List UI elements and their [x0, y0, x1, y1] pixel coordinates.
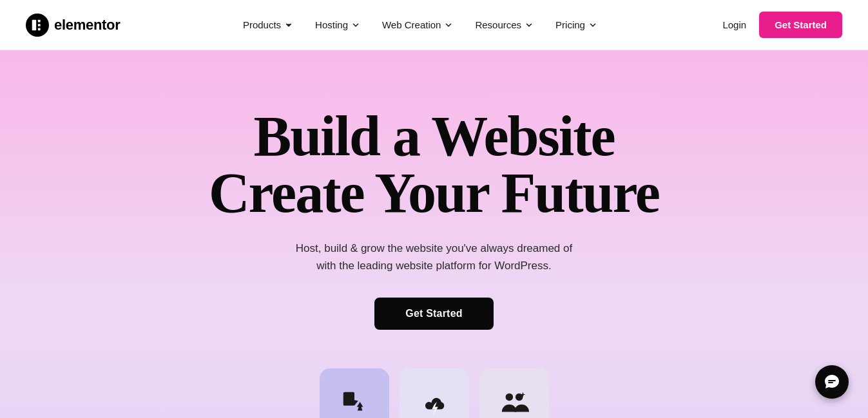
- nav-item-web-creation[interactable]: Web Creation: [373, 14, 462, 35]
- hero-subtitle: Host, build & grow the website you've al…: [296, 240, 572, 274]
- chat-bubble-icon: [824, 374, 840, 390]
- hero-title-line2: Create Your Future: [209, 162, 659, 224]
- nav-item-pricing[interactable]: Pricing: [546, 14, 606, 35]
- nav-item-hosting[interactable]: Hosting: [306, 14, 369, 35]
- get-started-button-nav[interactable]: Get Started: [759, 12, 842, 38]
- nav-link-web-creation[interactable]: Web Creation: [373, 14, 462, 35]
- hero-subtitle-line1: Host, build & grow the website you've al…: [296, 242, 572, 254]
- nav-link-resources[interactable]: Resources: [466, 14, 543, 35]
- nav-label-pricing: Pricing: [555, 19, 585, 30]
- navbar-actions: Login Get Started: [720, 12, 842, 38]
- svg-rect-2: [38, 24, 41, 26]
- nav-label-web-creation: Web Creation: [382, 19, 441, 30]
- sparkle-people-icon: [497, 386, 531, 418]
- hero-get-started-button[interactable]: Get Started: [374, 298, 493, 330]
- chevron-down-icon-hosting: [351, 21, 360, 30]
- nav-links: Products Hosting Web Creation: [234, 14, 606, 35]
- navbar: elementor Products Hosting Web Creation: [0, 0, 868, 50]
- chevron-down-icon-web-creation: [444, 21, 453, 30]
- nav-link-hosting[interactable]: Hosting: [306, 14, 369, 35]
- chevron-down-icon-pricing: [588, 21, 597, 30]
- nav-item-products[interactable]: Products: [234, 14, 302, 35]
- hero-title: Build a Website Create Your Future: [209, 108, 659, 222]
- card-ai-tools[interactable]: [479, 368, 549, 418]
- nav-label-hosting: Hosting: [315, 19, 348, 30]
- svg-rect-0: [32, 19, 36, 30]
- nav-item-resources[interactable]: Resources: [466, 14, 543, 35]
- svg-rect-3: [38, 28, 41, 30]
- nav-link-products[interactable]: Products: [234, 14, 302, 35]
- card-ai-builder[interactable]: [320, 368, 389, 418]
- elementor-e-icon: [30, 18, 44, 32]
- svg-rect-4: [343, 392, 354, 406]
- login-link[interactable]: Login: [720, 14, 749, 35]
- hero-title-line1: Build a Website: [253, 105, 614, 167]
- svg-rect-1: [38, 19, 41, 22]
- hero-section: Build a Website Create Your Future Host,…: [0, 50, 868, 418]
- nav-label-resources: Resources: [475, 19, 521, 30]
- nav-label-products: Products: [243, 19, 281, 30]
- cursor-lightning-icon: [338, 386, 371, 418]
- logo-text: elementor: [54, 17, 120, 33]
- nav-link-pricing[interactable]: Pricing: [546, 14, 606, 35]
- logo[interactable]: elementor: [26, 14, 120, 37]
- cloud-lightning-icon: [418, 386, 451, 418]
- chevron-down-icon-products: [284, 21, 293, 30]
- logo-icon: [26, 14, 49, 37]
- chevron-down-icon-resources: [525, 21, 534, 30]
- svg-point-7: [505, 394, 513, 401]
- chat-bubble-button[interactable]: [815, 365, 849, 399]
- card-cloud-hosting[interactable]: [400, 368, 469, 418]
- hero-subtitle-line2: with the leading website platform for Wo…: [316, 260, 551, 272]
- feature-cards: [211, 368, 657, 418]
